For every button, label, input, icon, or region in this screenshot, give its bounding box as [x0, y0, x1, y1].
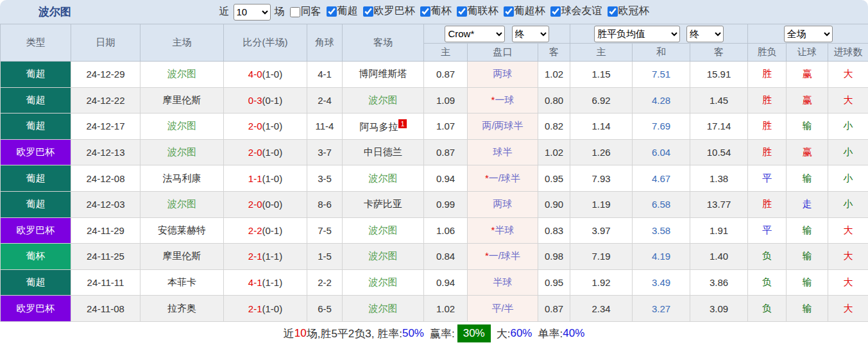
odds-draw: 4.67	[633, 165, 690, 192]
odds-home: 7.19	[570, 244, 633, 270]
handicap-result: 赢	[787, 139, 828, 165]
handicap-home-odds: 0.84	[424, 244, 468, 270]
corner-count: 3-7	[307, 139, 343, 165]
half-time-score: (0-1)	[262, 95, 283, 106]
away-team-name: 博阿维斯塔	[359, 68, 407, 79]
handicap-result: 赢	[787, 87, 828, 114]
home-team-name: 安德莱赫特	[158, 224, 206, 235]
league-checkbox[interactable]	[327, 6, 337, 17]
footer-single-rate: 40%	[563, 327, 584, 340]
league-type-badge: 葡超	[1, 114, 71, 140]
footer-big-label: 大:	[497, 326, 511, 341]
league-filter[interactable]: 欧罗巴杯	[363, 4, 415, 18]
league-type-badge: 葡超	[1, 87, 71, 114]
handicap-result: 输	[787, 269, 828, 296]
odds-home: 6.92	[570, 87, 633, 114]
odds-draw: 6.04	[633, 139, 690, 165]
league-checkbox[interactable]	[420, 6, 430, 17]
home-team-name: 摩里伦斯	[163, 94, 201, 105]
odds-draw: 7.69	[633, 114, 690, 140]
bookmaker-select[interactable]: Crow*	[445, 26, 505, 42]
handicap-group-header: Crow* 终	[424, 24, 570, 44]
same-venue-filter[interactable]: 同客	[290, 5, 321, 19]
handicap-result: 输	[787, 296, 828, 322]
handicap-result: 输	[787, 244, 828, 270]
home-team-name: 波尔图	[167, 198, 196, 209]
league-checkbox[interactable]	[457, 6, 467, 17]
away-team-name: 波尔图	[369, 250, 398, 261]
league-type-badge: 葡超	[1, 269, 71, 296]
league-label: 葡超杯	[515, 4, 545, 18]
handicap-result: 赢	[787, 62, 828, 88]
full-time-score: 2-0	[248, 121, 262, 131]
odds-draw: 4.28	[633, 87, 690, 114]
odds-away: 1.91	[690, 217, 748, 244]
match-row: 葡超 24-12-17 波尔图 2-0(1-0) 11-4 阿马多拉1 1.07…	[1, 114, 868, 140]
league-filter[interactable]: 欧冠杯	[608, 4, 649, 18]
match-result: 负	[748, 296, 787, 322]
away-team-name: 中日德兰	[364, 146, 402, 157]
subcol-handicap-away: 客	[538, 44, 570, 62]
league-type-badge: 葡超	[1, 165, 71, 192]
goals-result: 大	[828, 296, 868, 322]
full-time-score: 1-1	[248, 173, 262, 184]
odds-away: 3.09	[690, 296, 748, 322]
scope-select[interactable]: 全场	[784, 26, 833, 42]
league-checkbox[interactable]	[363, 6, 373, 17]
goals-result: 小	[828, 191, 868, 217]
recent-label: 近	[219, 5, 230, 19]
odds-away: 15.91	[690, 62, 748, 88]
league-filter[interactable]: 葡超	[327, 4, 358, 18]
handicap-home-odds: 1.02	[424, 296, 468, 322]
league-label: 葡杯	[431, 4, 452, 18]
score-cell: 2-0(1-0)	[224, 139, 307, 165]
handicap-line: 球半	[468, 139, 538, 165]
handicap-away-odds: 0.87	[538, 296, 570, 322]
league-checkbox[interactable]	[550, 6, 561, 17]
league-checkbox[interactable]	[608, 6, 618, 17]
footer-handicap-label: 赢率:	[430, 326, 455, 341]
same-venue-checkbox[interactable]	[290, 7, 300, 17]
home-team-name: 波尔图	[167, 146, 196, 157]
handicap-away-odds: 0.98	[538, 244, 570, 270]
league-filter[interactable]: 葡联杯	[457, 4, 498, 18]
footer-win-rate: 50%	[402, 327, 424, 340]
odds-home: 1.92	[570, 269, 633, 296]
handicap-line: 平/半	[468, 296, 538, 322]
league-checkbox[interactable]	[504, 6, 514, 17]
odds-draw: 4.19	[633, 244, 690, 270]
handicap-home-odds: 0.99	[424, 191, 468, 217]
half-time-score: (0-1)	[262, 225, 283, 236]
recent-count-select[interactable]: 10	[234, 4, 271, 21]
match-date: 24-11-08	[71, 296, 140, 322]
matches-table: 类型 日期 主场 比分(半场) 角球 客场 Crow* 终 胜平负均值	[0, 24, 868, 322]
match-row: 欧罗巴杯 24-12-13 波尔图 2-0(1-0) 3-7 中日德兰 0.87…	[1, 139, 868, 165]
league-type-badge: 葡杯	[1, 244, 71, 270]
match-row: 葡超 24-12-22 摩里伦斯 0-3(0-1) 2-4 波尔图 1.09 *…	[1, 87, 868, 114]
league-type-badge: 葡超	[1, 62, 71, 88]
handicap-line-text: 两球	[493, 68, 513, 79]
odds-time-select[interactable]: 终	[686, 26, 724, 42]
odds-type-select[interactable]: 胜平负均值	[594, 26, 680, 42]
handicap-line: 半球	[468, 269, 538, 296]
odds-away: 1.40	[690, 244, 748, 270]
subcol-goals: 进球数	[828, 44, 868, 62]
match-date: 24-11-11	[71, 269, 140, 296]
handicap-time-select[interactable]: 终	[512, 26, 549, 42]
odds-away: 10.54	[690, 139, 748, 165]
footer-summary: 场,胜5平2负3, 胜率:	[307, 326, 402, 341]
half-time-score: (1-0)	[262, 121, 283, 131]
league-filter[interactable]: 葡超杯	[504, 4, 545, 18]
handicap-away-odds: 0.82	[538, 114, 570, 140]
corner-count: 1-5	[307, 244, 343, 270]
league-filter[interactable]: 球会友谊	[550, 4, 602, 18]
home-team-name: 波尔图	[167, 120, 196, 131]
handicap-line: 两/两球半	[468, 114, 538, 140]
match-row: 葡杯 24-11-25 摩里伦斯 2-1(1-1) 1-5 波尔图 0.84 *…	[1, 244, 868, 270]
handicap-home-odds: 1.09	[424, 87, 468, 114]
half-time-score: (1-0)	[262, 303, 283, 314]
odds-home: 1.19	[570, 191, 633, 217]
league-filter[interactable]: 葡杯	[420, 4, 452, 18]
col-header-corner: 角球	[307, 24, 343, 62]
handicap-away-odds: 0.80	[538, 87, 570, 114]
